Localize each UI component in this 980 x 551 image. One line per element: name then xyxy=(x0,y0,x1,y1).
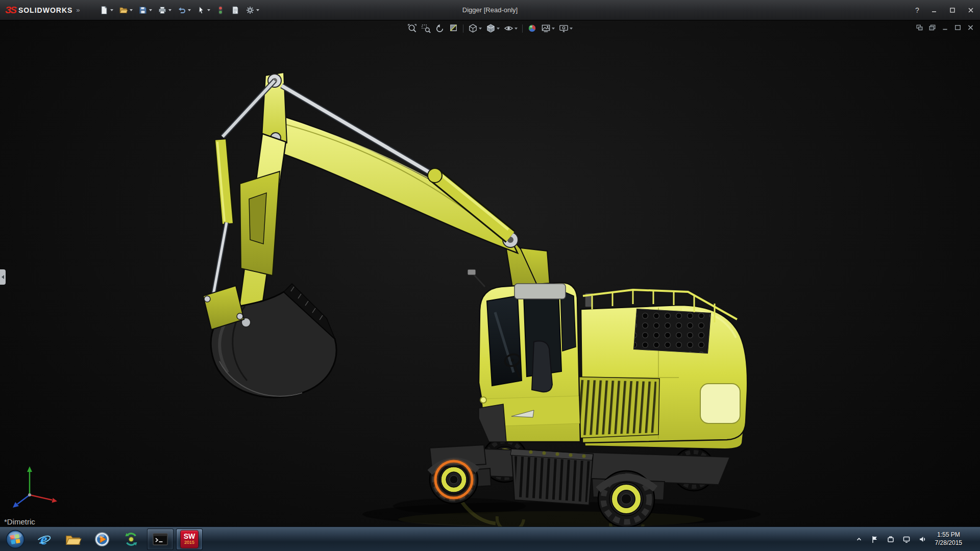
engine-body[interactable] xyxy=(561,290,747,443)
digger-model[interactable] xyxy=(0,20,980,527)
new-document-button[interactable] xyxy=(97,4,115,16)
heads-up-view-toolbar xyxy=(406,22,574,34)
taskbar-solidworks[interactable] xyxy=(118,529,144,550)
zoom-to-area-button[interactable] xyxy=(420,22,432,34)
minimize-button[interactable] xyxy=(925,0,943,20)
window-title: Digger [Read-only] xyxy=(462,6,518,14)
dropdown-caret-icon[interactable] xyxy=(479,28,482,30)
seat xyxy=(532,341,552,392)
taskbar-media-player[interactable] xyxy=(89,529,115,550)
dropdown-caret-icon[interactable] xyxy=(130,9,133,11)
rear-panel xyxy=(700,384,740,423)
select-button[interactable] xyxy=(194,4,212,16)
restore-window-button[interactable] xyxy=(928,23,937,31)
dropdown-caret-icon[interactable] xyxy=(188,9,191,11)
rebuild-button[interactable] xyxy=(214,4,227,16)
system-tray: 1:55 PM 7/28/2015 xyxy=(854,527,980,551)
internet-explorer-icon: e xyxy=(35,531,53,548)
taskbar-clock[interactable]: 1:55 PM 7/28/2015 xyxy=(933,531,966,547)
help-button[interactable]: ? xyxy=(910,0,925,20)
new-document-icon xyxy=(100,6,109,15)
solidworks-logo: ЗS SOLIDWORKS » xyxy=(0,5,84,16)
dropdown-caret-icon[interactable] xyxy=(168,9,172,11)
dropdown-caret-icon[interactable] xyxy=(552,28,555,30)
solidworks-window: ЗS SOLIDWORKS » xyxy=(0,0,980,551)
dropdown-caret-icon[interactable] xyxy=(149,9,152,11)
dropdown-caret-icon[interactable] xyxy=(256,9,259,11)
taskbar-items: e xyxy=(31,527,203,551)
brand-name: SOLIDWORKS xyxy=(18,6,72,14)
edit-appearance-button[interactable] xyxy=(526,22,538,34)
undo-button[interactable] xyxy=(175,4,193,16)
dropdown-caret-icon[interactable] xyxy=(110,9,113,11)
hide-show-items-button[interactable] xyxy=(502,22,519,34)
print-button[interactable] xyxy=(156,4,174,16)
command-prompt-icon xyxy=(151,530,170,549)
file-properties-button[interactable] xyxy=(229,4,242,16)
section-view-icon xyxy=(449,23,458,33)
cab-light xyxy=(480,397,486,403)
titlebar: ЗS SOLIDWORKS » xyxy=(0,0,980,20)
reference-triad[interactable] xyxy=(8,462,59,513)
edit-appearance-icon xyxy=(527,23,537,33)
quick-access-toolbar xyxy=(97,4,261,16)
volume-icon[interactable] xyxy=(917,534,927,544)
solidworks-2015-icon: SW 2015 xyxy=(180,530,199,548)
view-settings-button[interactable] xyxy=(557,22,574,34)
maximize-window-button[interactable] xyxy=(953,23,962,31)
close-button[interactable] xyxy=(962,0,980,20)
folder-icon xyxy=(64,530,82,548)
taskbar-internet-explorer[interactable]: e xyxy=(31,529,57,550)
section-view-button[interactable] xyxy=(447,22,460,34)
undo-icon xyxy=(177,6,186,15)
taskbar-solidworks-2015[interactable]: SW 2015 xyxy=(176,529,203,550)
dropdown-caret-icon[interactable] xyxy=(207,9,210,11)
start-button[interactable] xyxy=(0,527,31,551)
close-window-button[interactable] xyxy=(966,23,975,31)
previous-view-icon xyxy=(435,23,445,33)
show-hidden-icons-button[interactable] xyxy=(854,534,864,544)
save-button[interactable] xyxy=(136,4,154,16)
windows-start-icon xyxy=(5,529,26,549)
window-controls: ? xyxy=(910,0,980,20)
engine-grille xyxy=(634,309,710,353)
taskbar-command-prompt[interactable] xyxy=(147,529,174,550)
zoom-to-area-icon xyxy=(421,23,431,33)
minimize-window-button[interactable] xyxy=(941,23,949,31)
hide-show-items-icon xyxy=(504,23,513,33)
previous-view-button[interactable] xyxy=(433,22,446,34)
graphics-area[interactable]: *Dimetric xyxy=(0,20,980,527)
taskbar-windows-explorer[interactable] xyxy=(60,529,86,550)
view-orientation-label: *Dimetric xyxy=(4,517,35,526)
view-orientation-button[interactable] xyxy=(467,22,483,34)
cab[interactable] xyxy=(468,269,580,442)
open-button[interactable] xyxy=(117,4,135,16)
menu-expand-icon[interactable]: » xyxy=(76,6,80,14)
tile-window-button[interactable] xyxy=(915,23,924,31)
open-icon xyxy=(119,6,128,15)
options-gear-icon xyxy=(246,6,255,15)
dropdown-caret-icon[interactable] xyxy=(570,28,573,30)
clock-date: 7/28/2015 xyxy=(935,539,962,547)
apply-scene-button[interactable] xyxy=(540,22,556,34)
view-settings-icon xyxy=(559,23,569,33)
options-button[interactable] xyxy=(243,4,261,16)
zoom-to-fit-button[interactable] xyxy=(406,22,419,34)
featuremanager-flyout-tab[interactable] xyxy=(0,269,6,285)
file-properties-icon xyxy=(231,6,240,15)
display-style-icon xyxy=(486,23,496,33)
dropdown-caret-icon[interactable] xyxy=(514,28,518,30)
toolbar-separator xyxy=(522,24,523,33)
dropdown-caret-icon[interactable] xyxy=(497,28,500,30)
maximize-button[interactable] xyxy=(943,0,962,20)
clock-time: 1:55 PM xyxy=(935,531,962,539)
action-center-flag-icon[interactable] xyxy=(870,534,880,544)
ds-logo-icon: ЗS xyxy=(5,5,16,16)
save-icon xyxy=(138,6,148,15)
display-style-button[interactable] xyxy=(484,22,501,34)
roof-hatch xyxy=(514,284,566,299)
rebuild-icon xyxy=(216,6,225,15)
display-icon[interactable] xyxy=(901,534,912,544)
print-icon xyxy=(158,6,167,15)
device-icon[interactable] xyxy=(886,534,896,544)
